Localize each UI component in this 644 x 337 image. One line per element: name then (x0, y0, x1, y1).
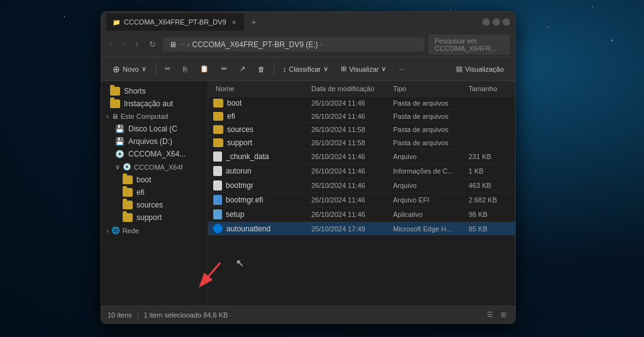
tab-close-button[interactable]: ✕ (230, 18, 238, 26)
sidebar-este-computador-label: Este Computad (121, 113, 169, 120)
sidebar-item-arquivos-d[interactable]: 💾 Arquivos (D:) (101, 135, 208, 148)
cut-icon: ✂ (165, 65, 170, 73)
search-box[interactable]: Pesquisar em CCCOMA_X64FR... (428, 35, 510, 55)
sidebar-cccoma-2[interactable]: ∨ 💿 CCCOMA_X64f (101, 160, 208, 174)
minimize-button[interactable]: ─ (482, 18, 490, 26)
file-name-cell: support (213, 138, 309, 147)
search-placeholder: Pesquisar em CCCOMA_X64FR... (435, 37, 496, 52)
instalacao-folder-icon (110, 99, 120, 108)
sidebar-item-support[interactable]: support (101, 211, 208, 224)
file-date: 26/10/2024 11:46 (309, 167, 391, 175)
sidebar-item-cccoma-1[interactable]: 💿 CCCOMA_X64... (101, 148, 208, 160)
title-bar: 📁 CCCOMA_X64FRE_PT-BR_DV9 ✕ + ─ □ ✕ (101, 12, 515, 32)
file-size: 98 KB (466, 211, 510, 218)
table-row[interactable]: setup 26/10/2024 11:46 Aplicativo 98 KB (208, 207, 515, 222)
table-row[interactable]: autounattend 25/10/2024 17:49 Microsoft … (208, 222, 515, 236)
table-row[interactable]: efi 26/10/2024 11:46 Pasta de arquivos (208, 110, 515, 123)
support-folder-icon (123, 213, 133, 222)
sidebar-item-shorts[interactable]: Shorts (101, 85, 208, 97)
explorer-window: 📁 CCCOMA_X64FRE_PT-BR_DV9 ✕ + ─ □ ✕ ‹ › … (101, 11, 516, 324)
cccoma-expand-icon: ∨ (115, 163, 120, 171)
table-row[interactable]: boot 26/10/2024 11:46 Pasta de arquivos (208, 97, 515, 110)
file-kind: Aplicativo (391, 211, 466, 218)
view-icons: ☰ ⊞ (484, 309, 509, 320)
details-pane-button[interactable]: ▤ Visualização (451, 62, 509, 75)
new-chevron-icon: ∨ (142, 65, 147, 73)
file-size: 85 KB (466, 225, 510, 233)
more-button[interactable]: ··· (394, 63, 409, 75)
delete-button[interactable]: 🗑 (253, 63, 270, 75)
cut-button[interactable]: ✂ (160, 62, 175, 75)
sidebar-item-sources-label: sources (136, 201, 163, 209)
new-button[interactable]: ⊕ Novo ∨ (108, 62, 152, 77)
share-icon: ↗ (240, 65, 245, 73)
status-item-count: 10 itens (108, 311, 132, 319)
grid-view-button[interactable]: ⊞ (498, 309, 509, 320)
paste-button[interactable]: 📋 (195, 62, 214, 75)
copy-icon: ⎘ (183, 65, 187, 73)
new-label: Novo (123, 65, 139, 73)
sidebar: Shorts Instaçação aut › 🖥 Este Computad … (101, 81, 208, 306)
maximize-button[interactable]: □ (492, 18, 500, 26)
list-view-button[interactable]: ☰ (484, 309, 496, 320)
refresh-button[interactable]: ↻ (146, 38, 159, 51)
new-tab-button[interactable]: + (247, 15, 262, 29)
table-row[interactable]: autorun 26/10/2024 11:46 Informações de … (208, 164, 515, 179)
file-icon (213, 180, 222, 191)
table-row[interactable]: bootmgr.efi 26/10/2024 11:46 Arquivo EFI… (208, 193, 515, 207)
sidebar-item-disco-c[interactable]: 💾 Disco Local (C (101, 123, 208, 135)
col-type[interactable]: Tipo (391, 84, 466, 94)
close-button[interactable]: ✕ (502, 18, 510, 26)
toolbar: ⊕ Novo ∨ ✂ ⎘ 📋 ✏ ↗ 🗑 ↕ Classificar ∨ (101, 57, 515, 81)
status-bar: 10 itens | 1 item selecionado 84,6 KB ☰ … (101, 306, 515, 323)
sidebar-este-computador[interactable]: › 🖥 Este Computad (101, 110, 208, 123)
address-path[interactable]: 🖥 ··· › CCCOMA_X64FRE_PT-BR_DV9 (E:) › (163, 38, 425, 52)
sidebar-item-shorts-label: Shorts (124, 87, 146, 96)
sort-button[interactable]: ↕ Classificar ∨ (278, 62, 333, 75)
sidebar-rede[interactable]: › 🌐 Rede (101, 224, 208, 237)
table-row[interactable]: bootmgr 26/10/2024 11:46 Arquivo 463 KB (208, 179, 515, 193)
rede-icon: 🌐 (111, 226, 120, 235)
main-content: Shorts Instaçação aut › 🖥 Este Computad … (101, 81, 515, 306)
toolbar-right: ▤ Visualização (451, 62, 509, 75)
back-button[interactable]: ‹ (106, 38, 115, 51)
table-row[interactable]: sources 26/10/2024 11:58 Pasta de arquiv… (208, 123, 515, 136)
view-button[interactable]: ⊞ Visualizar ∨ (336, 62, 392, 75)
sidebar-item-sources[interactable]: sources (101, 199, 208, 211)
table-row[interactable]: _chunk_data 26/10/2024 11:46 Arquivo 231… (208, 150, 515, 164)
sources-folder-icon (123, 201, 133, 209)
file-kind: Microsoft Edge H... (391, 225, 466, 233)
file-name: bootmgr.efi (226, 196, 263, 204)
sidebar-item-boot[interactable]: boot (101, 174, 208, 186)
col-name[interactable]: Nome (213, 84, 309, 94)
file-date: 26/10/2024 11:46 (309, 113, 391, 120)
rename-button[interactable]: ✏ (216, 62, 232, 75)
sidebar-item-efi[interactable]: efi (101, 186, 208, 199)
file-date: 26/10/2024 11:46 (309, 211, 391, 218)
active-tab[interactable]: 📁 CCCOMA_X64FRE_PT-BR_DV9 ✕ (106, 13, 244, 31)
paste-icon: 📋 (200, 65, 209, 73)
address-bar: ‹ › ↑ ↻ 🖥 ··· › CCCOMA_X64FRE_PT-BR_DV9 … (101, 32, 515, 57)
file-kind: Pasta de arquivos (391, 126, 466, 133)
copy-button[interactable]: ⎘ (178, 63, 192, 75)
address-computer-icon: 🖥 (169, 40, 177, 49)
share-button[interactable]: ↗ (235, 62, 250, 75)
table-row[interactable]: support 26/10/2024 11:58 Pasta de arquiv… (208, 136, 515, 150)
col-size[interactable]: Tamanho (466, 84, 510, 94)
sidebar-item-efi-label: efi (136, 188, 145, 197)
sidebar-item-instalacao[interactable]: Instaçação aut (101, 97, 208, 110)
file-name-cell: bootmgr (213, 180, 309, 191)
file-date: 26/10/2024 11:46 (309, 182, 391, 189)
file-kind: Arquivo EFI (391, 196, 466, 204)
forward-button[interactable]: › (119, 38, 128, 51)
file-name: efi (227, 112, 235, 121)
sidebar-item-support-label: support (136, 213, 162, 222)
toolbar-divider-1 (155, 63, 156, 75)
col-date[interactable]: Data de modificação (309, 84, 391, 94)
file-date: 26/10/2024 11:46 (309, 153, 391, 160)
tab-folder-icon: 📁 (113, 19, 120, 26)
file-icon (213, 195, 222, 205)
path-more[interactable]: ··· (179, 41, 184, 48)
up-button[interactable]: ↑ (132, 38, 143, 51)
sort-chevron-icon: ∨ (323, 65, 328, 73)
